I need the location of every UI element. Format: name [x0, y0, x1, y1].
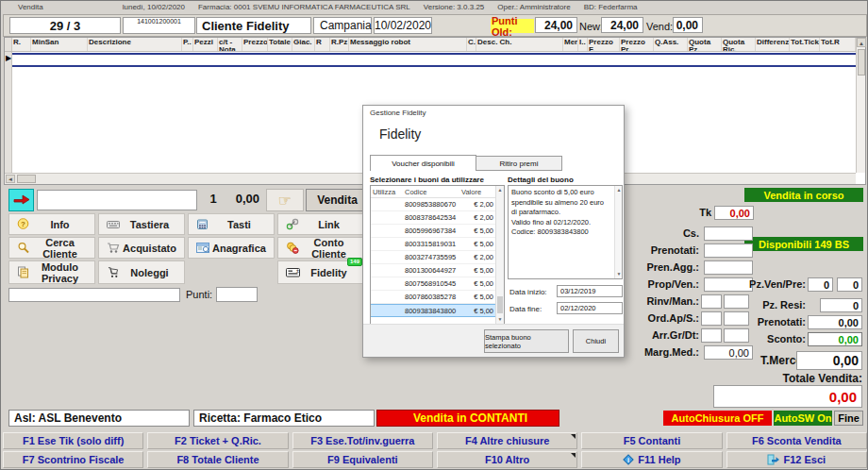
voucher-row[interactable]: 8001300644927€ 5,00 [371, 264, 504, 277]
voucher-row[interactable]: 8008378642534€ 2,00 [371, 211, 504, 225]
grid-column-q-ass[interactable]: Q.Ass. [654, 38, 688, 51]
fkey-f9[interactable]: F9 Equivalenti [292, 451, 433, 468]
grid-column-i[interactable]: I.. [578, 38, 588, 51]
panel-field-value[interactable]: 0,00 [808, 332, 862, 346]
punti-vend-value[interactable]: 0,00 [673, 17, 703, 33]
horizontal-scroll-thumb[interactable] [17, 175, 36, 183]
customer-name-field[interactable]: Cliente Fidelity [196, 17, 311, 34]
voucher-row[interactable]: 8003274735595€ 2,00 [371, 251, 504, 264]
barcode-input[interactable] [37, 190, 197, 210]
panel-field-value[interactable]: 0,00 [714, 206, 754, 220]
grid-column-prezzo[interactable]: Prezzo [242, 38, 268, 51]
autochiusura-toggle[interactable]: AutoChiusura OFF [663, 411, 772, 426]
grid-column-prezzo-f[interactable]: Prezzo F. [588, 38, 620, 51]
panel-field-value[interactable] [704, 227, 753, 241]
button-acquistato[interactable]: Acquistato [98, 237, 185, 259]
fkey-f12[interactable]: F12 Esci [726, 451, 867, 468]
stampa-buono-button[interactable]: Stampa buono selezionato [484, 329, 569, 353]
grid-column-giac[interactable]: Giac. [292, 38, 315, 51]
panel-field-value[interactable]: 0,00 [796, 351, 862, 370]
panel-field-value[interactable]: 0 [837, 277, 862, 292]
region-field[interactable]: Campania [313, 17, 372, 34]
autosw-toggle[interactable]: AutoSW On [774, 411, 832, 426]
data-inizio-field[interactable]: 03/12/2019 [557, 285, 623, 297]
note-input[interactable] [8, 288, 180, 302]
grid-column-tot-r[interactable]: Tot.R [820, 38, 856, 51]
chiudi-button[interactable]: Chiudi [573, 329, 619, 353]
scroll-up-icon[interactable]: ▲ [496, 186, 504, 194]
fkey-f3[interactable]: F3 Ese.Tot/inv.guerra [292, 432, 433, 449]
button-fidelity[interactable]: ±Fidelity149 [277, 260, 364, 284]
confirm-hand-button[interactable]: ☞ [266, 189, 304, 211]
fkey-f10[interactable]: F10 Altro [437, 451, 577, 468]
grid-column-totale[interactable]: Totale [268, 38, 292, 51]
panel-field-value[interactable]: 0 [820, 298, 862, 312]
card-code-field[interactable]: 141001200001 [123, 17, 195, 34]
data-fine-field[interactable]: 02/12/2020 [557, 302, 623, 314]
voucher-list-scrollbar[interactable]: ▲ ▼ [495, 186, 504, 324]
voucher-row[interactable]: 8009853880670€ 2,00 [371, 198, 504, 211]
fkey-f2[interactable]: F2 Ticket + Q.Ric. [147, 432, 288, 449]
fkey-f8[interactable]: F8 Totale Cliente [147, 451, 288, 468]
grid-column-differenza[interactable]: Differenza [756, 38, 790, 51]
punti-old-value[interactable]: 24,00 [535, 17, 577, 33]
voucher-row-selected[interactable]: 8009383843800€ 5,00 [371, 304, 504, 317]
scroll-left-icon[interactable]: ◄ [6, 175, 15, 183]
button-anagrafica[interactable]: Anagrafica [188, 237, 275, 259]
voucher-row[interactable]: 8007568910545€ 5,00 [371, 277, 504, 291]
fkey-f1[interactable]: F1 Ese Tik (solo diff) [3, 432, 143, 449]
grid-column-prezzo-pr[interactable]: Prezzo Pr. [620, 38, 654, 51]
button-info[interactable]: ?Info [8, 213, 95, 235]
grid-column-c[interactable]: C. [467, 38, 476, 51]
button-noleggi[interactable]: Noleggi [98, 260, 185, 284]
button-cerca-cliente[interactable]: Cerca Cliente [8, 237, 95, 259]
grid-column-quota-pz[interactable]: Quota Pz. [688, 38, 722, 51]
tab-ritiro-premi[interactable]: Ritiro premi [476, 156, 562, 171]
grid-column-c-t-nota[interactable]: c/t - Nota [218, 38, 242, 51]
fkey-f6[interactable]: F6 Sconta Vendita [726, 432, 867, 449]
voucher-row[interactable]: 8005996967384€ 5,00 [371, 225, 504, 238]
grid-column-tot-ticket[interactable]: Tot.Ticket [790, 38, 820, 51]
punti-input[interactable] [216, 287, 258, 302]
voucher-scroll-thumb[interactable] [497, 296, 503, 313]
grid-column-r[interactable]: R [315, 38, 330, 51]
sale-number-field[interactable]: 29 / 3 [9, 17, 121, 34]
grid-column-quota-ric[interactable]: Quota Ric. [722, 38, 756, 51]
fine-button[interactable]: Fine [834, 411, 863, 426]
button-link[interactable]: Link [277, 213, 364, 235]
grid-column-pezzi[interactable]: Pezzi [193, 38, 218, 51]
grid-column-messaggio-robot[interactable]: Messaggio robot [349, 38, 467, 51]
date-field[interactable]: 10/02/2020 [374, 17, 432, 34]
scroll-up-icon[interactable]: ▲ [615, 186, 623, 194]
details-scrollbar[interactable]: ▲ ▼ [614, 186, 622, 278]
panel-field-value[interactable]: 0 [808, 277, 833, 292]
panel-field-value[interactable] [704, 260, 753, 275]
ricetta-field[interactable]: Ricetta: Farmaco Etico [193, 410, 375, 427]
scan-button[interactable] [8, 189, 34, 211]
grid-empty-row[interactable] [12, 53, 856, 67]
button-tastiera[interactable]: Tastiera [98, 213, 185, 235]
button-modulo-privacy[interactable]: Modulo Privacy [8, 260, 95, 284]
scroll-down-icon[interactable]: ▼ [615, 270, 623, 278]
grid-column-p[interactable]: P.. [182, 38, 193, 51]
grid-column-descrizione[interactable]: Descrizione [88, 38, 182, 51]
asl-field[interactable]: Asl: ASL Benevento [8, 410, 190, 427]
scroll-up-icon[interactable]: ▲ [857, 38, 866, 47]
grid-column-desc-ch[interactable]: Desc. Ch. [476, 38, 563, 51]
payment-mode-banner[interactable]: Vendita in CONTANTI [376, 410, 559, 427]
vendita-mode-select[interactable]: Vendita [306, 189, 369, 211]
tab-voucher-disponibili[interactable]: Voucher disponibili [370, 155, 476, 171]
voucher-row[interactable]: 8007860385278€ 5,00 [371, 291, 504, 304]
scroll-down-icon[interactable]: ▼ [496, 315, 504, 324]
grid-vertical-scrollbar[interactable]: ▲ [856, 38, 865, 173]
panel-field-value[interactable] [704, 243, 753, 258]
fkey-f11[interactable]: iF11 Help [581, 451, 722, 468]
punti-new-value[interactable]: 24,00 [601, 17, 643, 33]
button-tasti[interactable]: Tasti [188, 213, 275, 235]
grid-column-r-pz[interactable]: R.Pz [330, 38, 349, 51]
fkey-f4[interactable]: F4 Altre chiusure [437, 432, 577, 449]
voucher-row[interactable]: 8003315819031€ 5,00 [371, 238, 504, 251]
vertical-scroll-thumb[interactable] [858, 49, 865, 76]
fkey-f7[interactable]: F7 Scontrino Fiscale [3, 451, 143, 468]
button-conto-cliente[interactable]: Conto Cliente [277, 237, 364, 259]
